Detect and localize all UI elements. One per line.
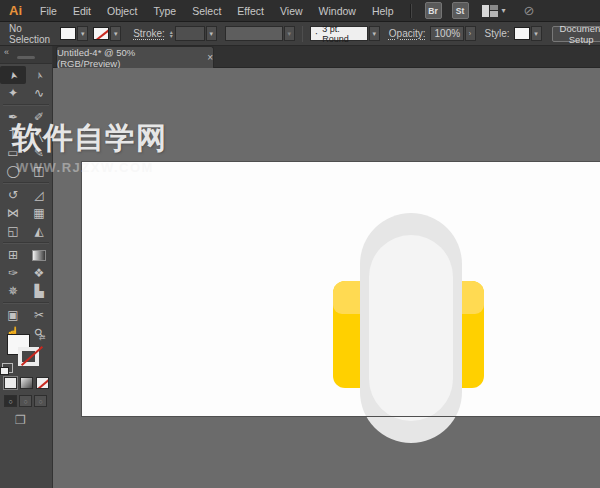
symbol-sprayer-tool[interactable]: ✵	[0, 282, 26, 300]
menu-window[interactable]: Window	[311, 5, 364, 17]
stroke-weight-chevron-icon[interactable]: ▾	[206, 26, 217, 41]
document-setup-button[interactable]: Document Setup	[552, 26, 600, 42]
style-chevron-icon[interactable]: ▾	[531, 26, 542, 41]
stroke-weight-field[interactable]	[175, 26, 205, 41]
magic-wand-icon: ✦	[8, 86, 18, 100]
stroke-weight-control[interactable]: ▴ ▾ ▾	[170, 26, 217, 41]
menu-edit[interactable]: Edit	[65, 5, 99, 17]
magic-wand-tool[interactable]: ✦	[0, 84, 26, 102]
artboard-tool[interactable]: ▣	[0, 306, 26, 324]
menu-object[interactable]: Object	[99, 5, 145, 17]
document-tab[interactable]: Untitled-4* @ 50% (RGB/Preview) ×	[56, 46, 214, 68]
free-transform-tool[interactable]: ▦	[26, 204, 52, 222]
tab-close-icon[interactable]: ×	[207, 52, 213, 63]
tool-group-divider	[0, 300, 52, 306]
artboard-icon: ▣	[7, 308, 18, 322]
menubar-divider	[410, 4, 412, 18]
direct-selection-tool[interactable]: ➢	[26, 66, 52, 84]
brush-chevron-icon[interactable]: ▾	[369, 26, 380, 41]
menubar: Ai File Edit Object Type Select Effect V…	[0, 0, 600, 22]
opacity-panel-link[interactable]: Opacity:	[389, 28, 426, 39]
menu-view[interactable]: View	[272, 5, 311, 17]
toolbar-header[interactable]: «	[0, 46, 52, 64]
variable-width-field[interactable]	[225, 26, 283, 41]
fill-color-control[interactable]: ▾	[60, 26, 88, 41]
menu-file[interactable]: File	[32, 5, 65, 17]
shape-builder-tool[interactable]: ◱	[0, 222, 26, 240]
gradient-button[interactable]	[20, 377, 33, 389]
fill-chevron-icon[interactable]: ▾	[77, 26, 88, 41]
brush-definition-field[interactable]: · 3 pt. Round	[310, 26, 368, 41]
type-tool[interactable]: T	[0, 126, 26, 144]
mesh-tool[interactable]: ⊞	[0, 246, 26, 264]
stroke-weight-stepper[interactable]: ▴ ▾	[170, 30, 173, 38]
stepper-down-icon[interactable]: ▾	[170, 34, 173, 38]
line-segment-tool[interactable]: ╲	[26, 126, 52, 144]
ellipse-tool[interactable]: ◯	[0, 162, 26, 180]
menu-effect[interactable]: Effect	[229, 5, 272, 17]
lasso-icon: ∿	[34, 86, 44, 100]
stroke-chevron-icon[interactable]: ▾	[110, 26, 121, 41]
lasso-tool[interactable]: ∿	[26, 84, 52, 102]
blend-icon: ❖	[34, 266, 45, 280]
bridge-button[interactable]: Br	[425, 2, 442, 19]
cs-live-icon[interactable]: ⊘	[524, 3, 535, 18]
stroke-none-swatch[interactable]	[93, 27, 109, 40]
selection-tool[interactable]: ➤	[0, 66, 26, 84]
default-fill-stroke-icon[interactable]	[2, 363, 13, 373]
menu-help[interactable]: Help	[364, 5, 402, 17]
workspace-chevron-icon[interactable]: ▾	[502, 6, 506, 15]
collapse-toolbar-icon[interactable]: «	[4, 47, 9, 57]
stroke-panel-link[interactable]: Stroke:	[133, 28, 165, 39]
slice-tool[interactable]: ✂	[26, 306, 52, 324]
stroke-color-control[interactable]: ▾	[93, 26, 121, 41]
toolbar-grip[interactable]	[17, 56, 35, 59]
blend-tool[interactable]: ❖	[26, 264, 52, 282]
eraser-tool[interactable]: ◫	[26, 162, 52, 180]
slice-icon: ✂	[34, 308, 44, 322]
swap-fill-stroke-icon[interactable]: ⇄	[39, 333, 46, 342]
opacity-flyout-icon[interactable]: ›	[465, 26, 476, 41]
variable-width-dropdown[interactable]: ▾	[225, 26, 295, 41]
color-button[interactable]	[4, 377, 17, 389]
document-tab-bar: Untitled-4* @ 50% (RGB/Preview) ×	[53, 46, 600, 68]
canvas[interactable]	[53, 68, 600, 488]
workspace-switcher-icon[interactable]	[482, 5, 498, 17]
opacity-field[interactable]: 100%	[430, 26, 464, 41]
tool-grid: ➤ ➢ ✦ ∿ ✒ ✐ T ╲ ▭ ✎ ◯ ◫ ↺ ◿ ⋈ ▦ ◱ ◭ ⊞ ✑ …	[0, 64, 52, 342]
none-button[interactable]	[36, 377, 49, 389]
stock-button[interactable]: St	[452, 2, 469, 19]
perspective-grid-tool[interactable]: ◭	[26, 222, 52, 240]
graphic-style-control[interactable]: ▾	[514, 26, 542, 41]
brush-definition-dropdown[interactable]: · 3 pt. Round ▾	[310, 26, 380, 41]
color-mode-buttons	[4, 377, 49, 389]
menu-type[interactable]: Type	[145, 5, 184, 17]
variable-width-chevron-icon[interactable]: ▾	[284, 26, 295, 41]
menu-select[interactable]: Select	[184, 5, 229, 17]
mesh-icon: ⊞	[8, 248, 18, 262]
screen-mode-icon[interactable]: ❐	[15, 413, 26, 427]
brush-definition-value: 3 pt. Round	[322, 24, 363, 44]
style-swatch[interactable]	[514, 27, 530, 40]
draw-behind-button[interactable]: ○	[19, 395, 32, 407]
draw-normal-button[interactable]: ○	[4, 395, 17, 407]
capsule-shape[interactable]	[360, 213, 462, 443]
width-tool[interactable]: ⋈	[0, 204, 26, 222]
fill-swatch[interactable]	[60, 27, 76, 40]
opacity-control[interactable]: 100% ›	[430, 26, 476, 41]
eyedropper-tool[interactable]: ✑	[0, 264, 26, 282]
column-graph-tool[interactable]: ▙	[26, 282, 52, 300]
rectangle-icon: ▭	[7, 146, 18, 160]
gradient-tool[interactable]	[26, 246, 52, 264]
drawing-mode-buttons: ○ ○ ○	[4, 395, 47, 407]
pencil-tool[interactable]: ✎	[26, 144, 52, 162]
stroke-color-swatch[interactable]	[18, 347, 39, 366]
draw-inside-button[interactable]: ○	[34, 395, 47, 407]
rotate-tool[interactable]: ↺	[0, 186, 26, 204]
illustrator-window: Ai File Edit Object Type Select Effect V…	[0, 0, 600, 488]
scale-tool[interactable]: ◿	[26, 186, 52, 204]
rectangle-tool[interactable]: ▭	[0, 144, 26, 162]
paintbrush-icon: ✐	[34, 110, 44, 124]
pen-tool[interactable]: ✒	[0, 108, 26, 126]
paintbrush-tool[interactable]: ✐	[26, 108, 52, 126]
